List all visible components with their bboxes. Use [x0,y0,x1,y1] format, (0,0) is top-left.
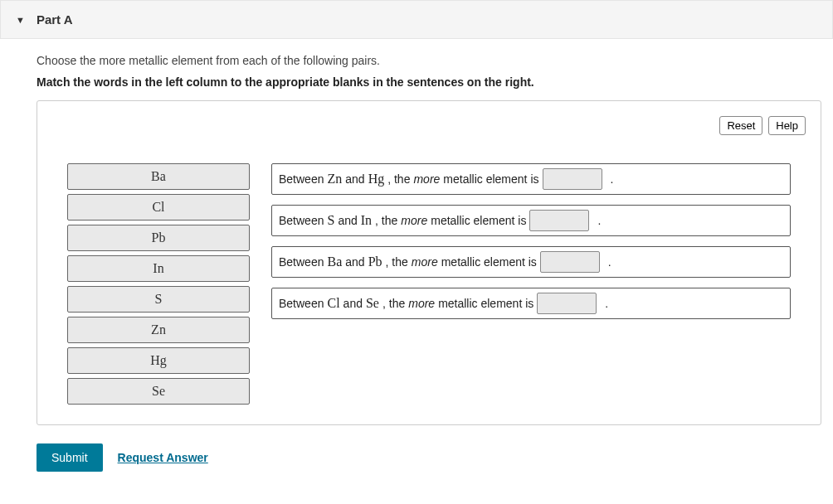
element-symbol: Hg [368,172,385,187]
sentence-text: and [338,214,357,227]
sentence-text: and [345,172,364,186]
sentence-text: , the [375,214,397,227]
work-area: Reset Help Ba Cl Pb In S Zn Hg Se Betwee… [37,100,821,425]
help-button[interactable]: Help [768,116,806,135]
sentence-text: Between [279,172,324,186]
period: . [597,214,601,227]
word-tile[interactable]: Hg [67,347,250,374]
period: . [611,172,614,186]
sentence-row: Between Cl and Se , the more metallic el… [271,288,791,319]
sentence-text: , the [386,255,408,269]
sentence-text: and [345,255,364,269]
sentence-text: metallic element is [431,214,526,227]
element-symbol: Pb [368,254,382,269]
sentence-row: Between Ba and Pb , the more metallic el… [271,246,791,278]
part-title: Part A [37,12,73,27]
sentence-text: Between [279,297,324,310]
element-symbol: S [327,213,334,228]
word-tile[interactable]: Ba [67,163,250,190]
drop-slot[interactable] [540,251,600,273]
element-symbol: Zn [327,172,342,187]
prompt-text: Choose the more metallic element from ea… [37,54,821,67]
sentence-text: , the [387,172,410,186]
sentence-text: Between [279,214,324,227]
element-symbol: Cl [327,296,339,311]
element-symbol: Ba [327,254,342,269]
sentence-text: , the [382,297,405,310]
sentence-text: and [343,297,363,310]
word-tile[interactable]: Se [67,378,250,405]
word-tile[interactable]: In [67,255,250,282]
word-tile[interactable]: Zn [67,317,250,343]
period: . [605,297,608,310]
emphasis-text: more [408,297,435,310]
sentence-list: Between Zn and Hg , the more metallic el… [271,163,791,319]
drop-slot[interactable] [529,210,589,231]
sentence-text: Between [279,255,324,269]
element-symbol: In [361,213,372,228]
emphasis-text: more [401,214,427,227]
period: . [608,255,611,269]
word-tile[interactable]: Cl [67,194,250,220]
drop-slot[interactable] [543,168,602,190]
sentence-text: metallic element is [443,172,538,186]
emphasis-text: more [413,172,440,186]
sentence-row: Between S and In , the more metallic ele… [271,205,791,236]
drop-slot[interactable] [537,293,597,314]
submit-button[interactable]: Submit [37,443,103,472]
word-tile[interactable]: Pb [67,225,250,251]
sentence-row: Between Zn and Hg , the more metallic el… [271,163,791,195]
part-header[interactable]: ▼ Part A [0,0,833,39]
request-answer-link[interactable]: Request Answer [118,451,208,464]
word-tile[interactable]: S [67,286,250,313]
reset-button[interactable]: Reset [719,116,762,135]
word-bank: Ba Cl Pb In S Zn Hg Se [67,163,250,405]
sentence-text: metallic element is [441,255,537,269]
sentence-text: metallic element is [438,297,533,310]
collapse-icon: ▼ [16,15,25,25]
emphasis-text: more [412,255,438,269]
element-symbol: Se [366,296,379,311]
instruction-text: Match the words in the left column to th… [37,75,821,89]
